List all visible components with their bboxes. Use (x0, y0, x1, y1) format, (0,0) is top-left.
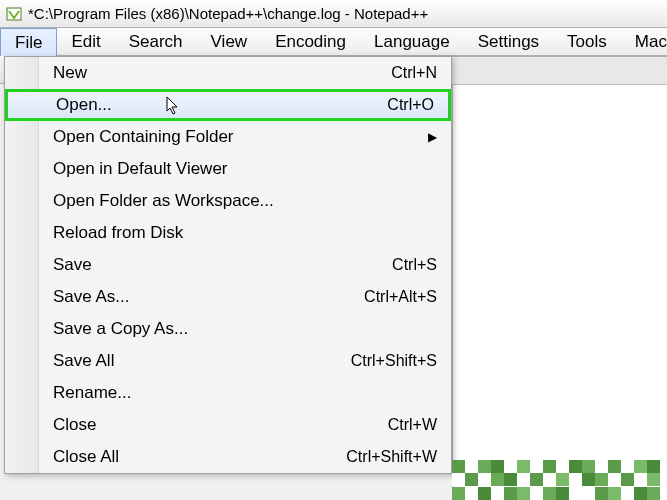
menu-shortcut: Ctrl+Shift+W (346, 448, 437, 466)
menu-item-rename[interactable]: Rename... (5, 377, 451, 409)
menubar-item-edit[interactable]: Edit (57, 28, 114, 55)
menubar-item-file[interactable]: File (0, 28, 57, 56)
menu-shortcut: Ctrl+Alt+S (364, 288, 437, 306)
cursor-icon (166, 96, 182, 121)
menu-item-close[interactable]: Close Ctrl+W (5, 409, 451, 441)
menubar-item-tools[interactable]: Tools (553, 28, 621, 55)
menu-label: Save As... (53, 287, 364, 307)
menubar-item-settings[interactable]: Settings (464, 28, 553, 55)
menu-label: New (53, 63, 391, 83)
menu-item-save[interactable]: Save Ctrl+S (5, 249, 451, 281)
menu-shortcut: Ctrl+Shift+S (351, 352, 437, 370)
menu-label: Save (53, 255, 392, 275)
file-menu-dropdown: New Ctrl+N Open... Ctrl+O Open Containin… (4, 56, 452, 474)
menu-item-new[interactable]: New Ctrl+N (5, 57, 451, 89)
menu-label: Open Containing Folder (53, 127, 420, 147)
menu-item-save-all[interactable]: Save All Ctrl+Shift+S (5, 345, 451, 377)
tab-strip (452, 56, 667, 84)
menubar-item-view[interactable]: View (197, 28, 262, 55)
menu-shortcut: Ctrl+W (388, 416, 437, 434)
menu-label: Close All (53, 447, 346, 467)
menu-shortcut: Ctrl+S (392, 256, 437, 274)
titlebar: *C:\Program Files (x86)\Notepad++\change… (0, 0, 667, 28)
menu-shortcut: Ctrl+N (391, 64, 437, 82)
menu-label: Open Folder as Workspace... (53, 191, 437, 211)
menu-shortcut: Ctrl+O (387, 96, 434, 114)
menu-label: Open... (56, 95, 387, 115)
chevron-right-icon: ▶ (428, 130, 437, 144)
menu-item-open-default-viewer[interactable]: Open in Default Viewer (5, 153, 451, 185)
menu-item-open[interactable]: Open... Ctrl+O (5, 89, 451, 121)
menu-item-open-folder-workspace[interactable]: Open Folder as Workspace... (5, 185, 451, 217)
menu-label: Rename... (53, 383, 437, 403)
menubar: File Edit Search View Encoding Language … (0, 28, 667, 56)
window-title: *C:\Program Files (x86)\Notepad++\change… (28, 5, 428, 22)
menubar-item-macro[interactable]: Macro (621, 28, 667, 55)
menu-label: Open in Default Viewer (53, 159, 437, 179)
menubar-item-encoding[interactable]: Encoding (261, 28, 360, 55)
menu-label: Save a Copy As... (53, 319, 437, 339)
decorative-pixels (452, 460, 667, 500)
menu-item-save-as[interactable]: Save As... Ctrl+Alt+S (5, 281, 451, 313)
menu-item-open-containing-folder[interactable]: Open Containing Folder ▶ (5, 121, 451, 153)
app-icon (6, 6, 22, 22)
menu-item-save-copy-as[interactable]: Save a Copy As... (5, 313, 451, 345)
menu-label: Reload from Disk (53, 223, 437, 243)
menubar-item-search[interactable]: Search (115, 28, 197, 55)
menu-label: Save All (53, 351, 351, 371)
editor-area[interactable] (452, 84, 667, 500)
menu-item-reload-from-disk[interactable]: Reload from Disk (5, 217, 451, 249)
menubar-item-language[interactable]: Language (360, 28, 464, 55)
menu-label: Close (53, 415, 388, 435)
menu-item-close-all[interactable]: Close All Ctrl+Shift+W (5, 441, 451, 473)
